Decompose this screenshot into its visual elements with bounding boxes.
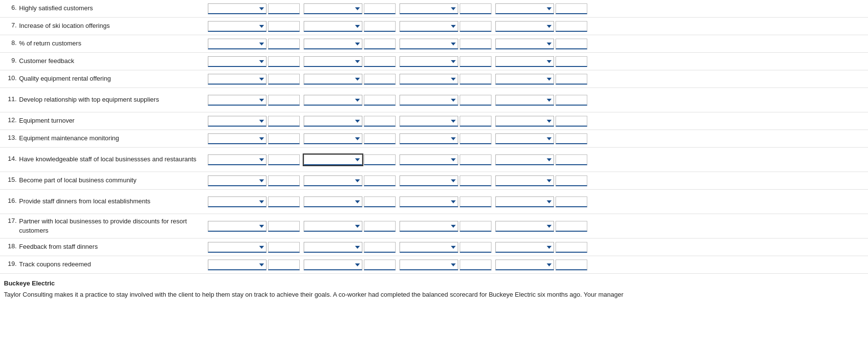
dropdown-select[interactable]: Option 1Option 2Option 3 [208, 242, 267, 253]
dropdown-select[interactable]: Option 1Option 2Option 3 [400, 39, 458, 49]
dropdown-select[interactable]: Option 1Option 2Option 3 [208, 175, 267, 186]
dropdown-select[interactable]: Option 1Option 2Option 3 [304, 95, 362, 106]
dropdown-select[interactable]: Option 1Option 2Option 3 [495, 116, 554, 127]
dropdown-select[interactable]: Option 1Option 2Option 3 [208, 56, 267, 67]
dropdown-select[interactable]: Option 1Option 2Option 3 [400, 133, 458, 144]
dropdown-select[interactable]: Option 1Option 2Option 3 [304, 116, 362, 127]
text-input[interactable] [364, 133, 396, 144]
text-input[interactable] [364, 221, 396, 232]
text-input[interactable] [268, 133, 300, 144]
dropdown-select[interactable]: Option 1Option 2Option 3 [400, 95, 458, 106]
dropdown-select[interactable]: Option 1Option 2Option 3 [400, 56, 458, 67]
dropdown-select[interactable]: Option 1Option 2Option 3 [495, 260, 554, 270]
text-input[interactable] [460, 116, 491, 127]
dropdown-select[interactable]: Option 1Option 2Option 3 [495, 74, 554, 85]
dropdown-select[interactable]: Option 1Option 2Option 3 [304, 39, 362, 49]
text-input[interactable] [268, 3, 300, 14]
text-input[interactable] [556, 242, 587, 253]
dropdown-select[interactable]: Option 1Option 2Option 3 [400, 260, 458, 270]
text-input[interactable] [364, 154, 396, 165]
dropdown-select[interactable]: Option 1Option 2Option 3 [208, 196, 267, 207]
dropdown-select[interactable]: Option 1Option 2Option 3 [304, 154, 362, 165]
dropdown-select[interactable]: Option 1Option 2Option 3 [208, 260, 267, 270]
dropdown-select[interactable]: Option 1Option 2Option 3 [208, 221, 267, 232]
dropdown-select[interactable]: Option 1Option 2Option 3 [304, 3, 362, 14]
dropdown-select[interactable]: Option 1Option 2Option 3 [495, 56, 554, 67]
dropdown-select[interactable]: Option 1Option 2Option 3 [208, 154, 267, 165]
text-input[interactable] [556, 133, 587, 144]
dropdown-select[interactable]: Option 1Option 2Option 3 [495, 21, 554, 32]
text-input[interactable] [364, 56, 396, 67]
dropdown-select[interactable]: Option 1Option 2Option 3 [304, 260, 362, 270]
text-input[interactable] [268, 196, 300, 207]
dropdown-select[interactable]: Option 1Option 2Option 3 [495, 95, 554, 106]
dropdown-select[interactable]: Option 1Option 2Option 3 [304, 133, 362, 144]
text-input[interactable] [364, 95, 396, 106]
dropdown-select[interactable]: Option 1Option 2Option 3 [495, 221, 554, 232]
dropdown-select[interactable]: Option 1Option 2Option 3 [304, 175, 362, 186]
dropdown-select[interactable]: Option 1Option 2Option 3 [495, 242, 554, 253]
text-input[interactable] [556, 74, 587, 85]
text-input[interactable] [268, 260, 300, 270]
dropdown-select[interactable]: Option 1Option 2Option 3 [304, 21, 362, 32]
text-input[interactable] [268, 154, 300, 165]
text-input[interactable] [460, 196, 491, 207]
dropdown-select[interactable]: Option 1Option 2Option 3 [400, 221, 458, 232]
text-input[interactable] [460, 242, 491, 253]
dropdown-select[interactable]: Option 1Option 2Option 3 [304, 74, 362, 85]
text-input[interactable] [460, 95, 491, 106]
text-input[interactable] [556, 260, 587, 270]
text-input[interactable] [460, 56, 491, 67]
text-input[interactable] [268, 221, 300, 232]
dropdown-select[interactable]: Option 1Option 2Option 3 [208, 116, 267, 127]
text-input[interactable] [556, 221, 587, 232]
dropdown-select[interactable]: Option 1Option 2Option 3 [208, 3, 267, 14]
dropdown-select[interactable]: Option 1Option 2Option 3 [400, 196, 458, 207]
dropdown-select[interactable]: Option 1Option 2Option 3 [400, 74, 458, 85]
dropdown-select[interactable]: Option 1Option 2Option 3 [304, 196, 362, 207]
text-input[interactable] [460, 39, 491, 49]
text-input[interactable] [364, 116, 396, 127]
text-input[interactable] [364, 242, 396, 253]
dropdown-select[interactable]: Option 1Option 2Option 3 [495, 3, 554, 14]
text-input[interactable] [556, 154, 587, 165]
text-input[interactable] [268, 242, 300, 253]
dropdown-select[interactable]: Option 1Option 2Option 3 [495, 196, 554, 207]
dropdown-select[interactable]: Option 1Option 2Option 3 [208, 39, 267, 49]
dropdown-select[interactable]: Option 1Option 2Option 3 [208, 74, 267, 85]
text-input[interactable] [556, 95, 587, 106]
text-input[interactable] [556, 3, 587, 14]
text-input[interactable] [460, 133, 491, 144]
dropdown-select[interactable]: Option 1Option 2Option 3 [495, 154, 554, 165]
dropdown-select[interactable]: Option 1Option 2Option 3 [400, 154, 458, 165]
text-input[interactable] [268, 74, 300, 85]
text-input[interactable] [364, 74, 396, 85]
text-input[interactable] [268, 56, 300, 67]
text-input[interactable] [364, 260, 396, 270]
text-input[interactable] [460, 175, 491, 186]
text-input[interactable] [364, 175, 396, 186]
text-input[interactable] [268, 95, 300, 106]
text-input[interactable] [556, 21, 587, 32]
text-input[interactable] [460, 221, 491, 232]
text-input[interactable] [556, 175, 587, 186]
dropdown-select[interactable]: Option 1Option 2Option 3 [304, 56, 362, 67]
text-input[interactable] [556, 39, 587, 49]
dropdown-select[interactable]: Option 1Option 2Option 3 [400, 175, 458, 186]
dropdown-select[interactable]: Option 1Option 2Option 3 [400, 242, 458, 253]
dropdown-select[interactable]: Option 1Option 2Option 3 [208, 133, 267, 144]
text-input[interactable] [460, 260, 491, 270]
text-input[interactable] [364, 39, 396, 49]
text-input[interactable] [268, 21, 300, 32]
text-input[interactable] [460, 74, 491, 85]
text-input[interactable] [556, 56, 587, 67]
dropdown-select[interactable]: Option 1Option 2Option 3 [495, 175, 554, 186]
text-input[interactable] [556, 196, 587, 207]
dropdown-select[interactable]: Option 1Option 2Option 3 [400, 116, 458, 127]
dropdown-select[interactable]: Option 1Option 2Option 3 [304, 221, 362, 232]
dropdown-select[interactable]: Option 1Option 2Option 3 [208, 21, 267, 32]
text-input[interactable] [460, 3, 491, 14]
text-input[interactable] [460, 154, 491, 165]
dropdown-select[interactable]: Option 1Option 2Option 3 [304, 242, 362, 253]
text-input[interactable] [268, 39, 300, 49]
